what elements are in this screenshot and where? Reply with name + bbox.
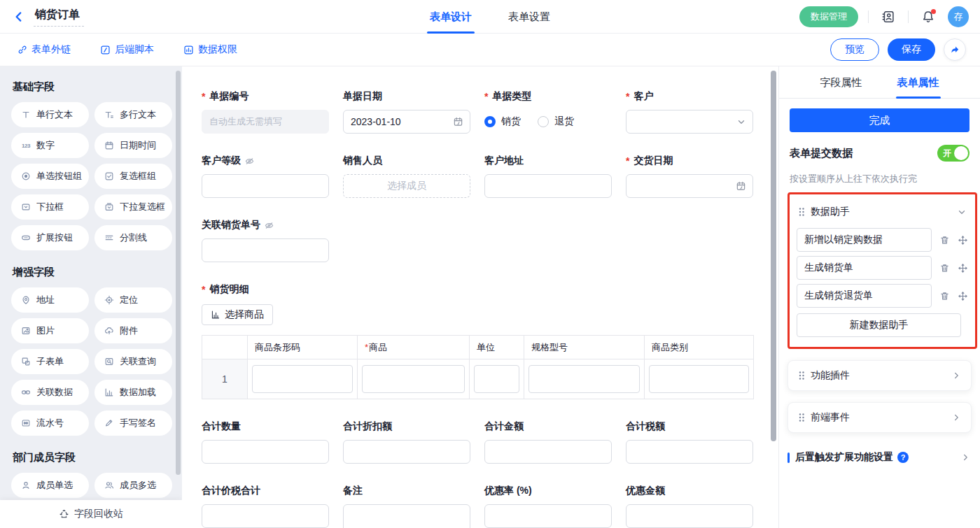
field-pill-signature[interactable]: 手写签名 [94, 411, 172, 436]
discount-rate-input[interactable] [484, 504, 612, 528]
subform-icon [20, 356, 31, 367]
field-pill-member-single[interactable]: 成员单选 [11, 473, 89, 498]
field-pill-attachment[interactable]: 附件 [94, 318, 172, 343]
move-icon[interactable] [957, 234, 968, 245]
number-icon: 123 [20, 140, 31, 151]
collapse-chevron-icon[interactable] [957, 207, 967, 217]
radio-option-return[interactable]: 退货 [538, 115, 574, 128]
field-pill-serial-number[interactable]: 流水号 [11, 411, 89, 436]
location-icon [104, 294, 115, 306]
move-icon[interactable] [957, 290, 968, 301]
tab-form-properties[interactable]: 表单属性 [896, 66, 941, 99]
product-input[interactable] [362, 365, 465, 393]
doc-no-input[interactable]: 自动生成无需填写 [202, 110, 329, 134]
assistant-item: 生成销货退货单 [797, 284, 968, 308]
remark-textarea[interactable] [343, 504, 470, 528]
cell-unit [470, 359, 524, 399]
tab-form-settings[interactable]: 表单设置 [505, 0, 553, 34]
notification-bell-icon[interactable] [918, 7, 938, 27]
delete-icon[interactable] [939, 262, 950, 273]
pill-label: 附件 [120, 324, 138, 337]
field-pill-number[interactable]: 123 数字 [11, 133, 89, 158]
pill-label: 成员单选 [36, 479, 73, 492]
field-label: 合计税额 [626, 420, 665, 433]
field-pill-linked-query[interactable]: 关联查询 [94, 349, 172, 374]
discount-amount-input[interactable] [626, 504, 753, 528]
preview-button[interactable]: 预览 [830, 38, 879, 61]
avatar[interactable]: 存 [948, 6, 969, 27]
delete-icon[interactable] [939, 234, 950, 245]
data-permission-link[interactable]: 数据权限 [183, 43, 237, 56]
field-pill-checkbox-group[interactable]: 复选框组 [94, 164, 172, 189]
form-canvas: *单据编号 自动生成无需填写 单据日期 2023-01-10 *单据类型 销货 … [182, 66, 778, 528]
radio-option-sale[interactable]: 销货 [484, 115, 521, 128]
field-pill-extend-button[interactable]: 扩展按钮 [11, 225, 89, 250]
customer-address-input[interactable] [484, 174, 612, 198]
field-pill-divider[interactable]: 分割线 [94, 225, 172, 250]
required-mark: * [202, 284, 205, 295]
related-order-no-input[interactable] [202, 238, 329, 262]
drag-handle-icon[interactable] [798, 207, 805, 217]
field-recycle-bin[interactable]: 字段回收站 [0, 500, 182, 528]
submit-data-toggle[interactable]: 开 [937, 145, 969, 162]
delivery-date-input[interactable] [626, 174, 753, 198]
total-amount-input[interactable] [484, 440, 612, 464]
field-pill-single-line-text[interactable]: 单行文本 [11, 102, 89, 127]
form-external-link[interactable]: 表单外链 [17, 43, 71, 56]
move-icon[interactable] [957, 262, 968, 273]
field-pill-linked-data[interactable]: 关联数据 [11, 380, 89, 405]
new-data-assistant-button[interactable]: 新建数据助手 [797, 313, 961, 337]
field-pill-radio-group[interactable]: 单选按钮组 [11, 164, 89, 189]
customer-level-input[interactable] [202, 174, 329, 198]
field-pill-member-multi[interactable]: 成员多选 [94, 473, 172, 498]
help-icon[interactable]: ? [897, 452, 909, 463]
back-icon[interactable] [11, 9, 27, 24]
delete-icon[interactable] [939, 290, 950, 301]
spec-input[interactable] [528, 365, 640, 393]
plugin-section[interactable]: 功能插件 [788, 360, 972, 391]
unit-input[interactable] [474, 365, 519, 393]
salesperson-picker[interactable]: 选择成员 [343, 174, 470, 198]
total-with-tax-input[interactable] [202, 504, 329, 528]
share-button[interactable] [944, 38, 966, 61]
choose-product-label: 选择商品 [225, 308, 264, 321]
form-title[interactable]: 销货订单 [34, 6, 84, 27]
canvas-scrollbar[interactable] [771, 71, 776, 441]
data-manage-button[interactable]: 数据管理 [799, 6, 858, 27]
drag-handle-icon[interactable] [798, 371, 805, 380]
field-pill-datetime[interactable]: 日期时间 [94, 133, 172, 158]
assistant-item-name[interactable]: 新增以销定购数据 [797, 228, 932, 252]
field-pill-image[interactable]: 图片 [11, 318, 89, 343]
post-trigger-settings-link[interactable]: 后置触发扩展功能设置 ? [788, 451, 970, 464]
drag-handle-icon[interactable] [798, 413, 805, 422]
sidebar-scrollbar[interactable] [176, 71, 181, 475]
frontend-event-label: 前端事件 [811, 411, 850, 424]
field-pill-multi-line-text[interactable]: 多行文本 [94, 102, 172, 127]
category-input[interactable] [649, 365, 749, 393]
field-pill-multi-select[interactable]: 下拉复选框 [94, 194, 172, 220]
barcode-input[interactable] [252, 365, 353, 393]
assistant-item-name[interactable]: 生成销货退货单 [797, 284, 932, 308]
save-button[interactable]: 保存 [888, 38, 935, 61]
doc-date-input[interactable]: 2023-01-10 [343, 110, 470, 134]
field-pill-location[interactable]: 定位 [94, 287, 172, 313]
field-pill-data-load[interactable]: 数据加载 [94, 380, 172, 405]
assistant-item-name[interactable]: 生成销货单 [797, 256, 932, 280]
data-assistant-header[interactable]: 数据助手 [797, 200, 968, 224]
data-load-icon [104, 387, 115, 398]
field-label: 客户地址 [484, 155, 524, 167]
field-pill-select[interactable]: 下拉框 [11, 194, 89, 220]
field-pill-address[interactable]: 地址 [11, 287, 89, 313]
contacts-icon[interactable] [878, 7, 898, 27]
field-pill-subform[interactable]: 子表单 [11, 349, 89, 374]
total-qty-input[interactable] [202, 440, 329, 464]
tab-field-properties[interactable]: 字段属性 [819, 66, 864, 99]
done-button[interactable]: 完成 [790, 108, 969, 132]
frontend-event-section[interactable]: 前端事件 [788, 402, 972, 433]
total-discount-input[interactable] [343, 440, 470, 464]
tab-form-design[interactable]: 表单设计 [427, 0, 475, 34]
backend-script-link[interactable]: 后端脚本 [100, 43, 154, 56]
total-tax-input[interactable] [626, 440, 753, 464]
customer-select[interactable] [626, 110, 753, 134]
choose-product-button[interactable]: 选择商品 [202, 304, 273, 325]
